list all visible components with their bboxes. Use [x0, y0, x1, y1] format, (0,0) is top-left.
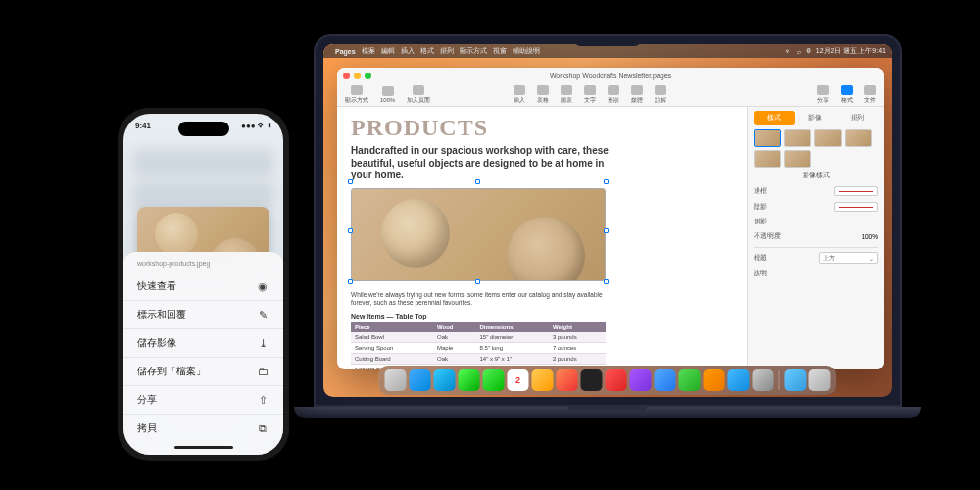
menu-help[interactable]: 輔助說明 [513, 46, 540, 56]
document-canvas[interactable]: PRODUCTS Handcrafted in our spacious wor… [337, 107, 747, 369]
resize-handle-l[interactable] [348, 228, 353, 233]
menu-copy[interactable]: 拷貝⧉ [123, 414, 283, 442]
menubar-date[interactable]: 12月2日 週五 上午9:41 [816, 46, 886, 56]
dock-tv-icon[interactable] [581, 369, 603, 391]
th-piece[interactable]: Piece [351, 322, 433, 332]
resize-handle-br[interactable] [604, 279, 609, 284]
doc-subheading[interactable]: Handcrafted in our spacious workshop wit… [351, 145, 625, 182]
app-name[interactable]: Pages [335, 48, 356, 55]
window-titlebar[interactable]: Workshop Woodcrafts Newsletter.pages [337, 68, 884, 83]
iphone-screen: 9:41 ●●● ᯤ ▮ workshop-products.jpeg 快速查看… [123, 114, 283, 455]
wifi-icon[interactable]: ᯤ [785, 48, 792, 55]
dock-notes-icon[interactable] [532, 369, 554, 391]
dock-app-icon[interactable] [655, 369, 676, 391]
style-thumb[interactable] [754, 150, 781, 168]
toolbar-insert[interactable]: 插入 [514, 85, 525, 105]
table-title[interactable]: New Items — Table Top [351, 313, 733, 319]
resize-handle-t[interactable] [475, 179, 480, 184]
close-button[interactable] [343, 73, 350, 79]
menu-edit[interactable]: 編輯 [381, 46, 395, 56]
opacity-value[interactable]: 100% [861, 233, 878, 240]
th-weight[interactable]: Weight [549, 322, 606, 332]
border-picker[interactable] [834, 186, 878, 196]
toolbar-document[interactable]: 文件 [864, 85, 876, 105]
resize-handle-r[interactable] [604, 228, 609, 233]
dock: 2 [379, 366, 837, 395]
pages-window: Workshop Woodcrafts Newsletter.pages 顯示方… [337, 68, 884, 369]
inspector-section-label: 影像樣式 [754, 172, 878, 180]
resize-handle-bl[interactable] [348, 279, 353, 284]
menu-window[interactable]: 視窗 [493, 46, 507, 56]
iphone-time: 9:41 [135, 122, 151, 136]
dock-mail-icon[interactable] [434, 369, 456, 391]
menu-save-image[interactable]: 儲存影像⤓ [123, 328, 283, 357]
resize-handle-tr[interactable] [604, 179, 609, 184]
products-table[interactable]: Piece Wood Dimensions Weight Salad BowlO… [351, 322, 606, 369]
control-center-icon[interactable]: ⚙ [806, 47, 811, 55]
toolbar-zoom[interactable]: 100% [380, 86, 395, 103]
selected-image[interactable] [351, 182, 606, 281]
toolbar-shape[interactable]: 形狀 [608, 85, 619, 105]
toolbar-table[interactable]: 表格 [537, 85, 549, 105]
toolbar-share[interactable]: 分享 [817, 85, 829, 105]
doc-body-text[interactable]: While we're always trying out new forms,… [351, 291, 625, 308]
dock-messages-icon[interactable] [459, 369, 480, 391]
reflection-label[interactable]: 倒影 [754, 218, 767, 226]
toolbar: 顯示方式 100% 加入頁面 插入 表格 圖表 文字 形狀 媒體 註解 分享 格… [337, 83, 884, 107]
dock-podcasts-icon[interactable] [630, 369, 652, 391]
style-thumb[interactable] [784, 150, 811, 168]
style-thumb[interactable] [784, 129, 811, 147]
th-dim[interactable]: Dimensions [476, 322, 549, 332]
dock-facetime-icon[interactable] [483, 369, 505, 391]
menu-markup-reply[interactable]: 標示和回覆✎ [123, 300, 283, 328]
toolbar-text[interactable]: 文字 [584, 85, 596, 105]
shadow-picker[interactable] [834, 202, 878, 212]
minimize-button[interactable] [354, 73, 361, 79]
dock-safari-icon[interactable] [410, 369, 431, 391]
style-thumb[interactable] [814, 129, 842, 147]
menu-save-to-files[interactable]: 儲存到「檔案」🗀 [123, 357, 283, 385]
fullscreen-button[interactable] [365, 73, 371, 79]
toolbar-media[interactable]: 媒體 [631, 85, 643, 105]
dock-finder-icon[interactable] [385, 369, 407, 391]
macbook-screen: Pages 檔案 編輯 插入 格式 排列 顯示方式 視窗 輔助說明 ᯤ ⌕ ⚙ … [314, 34, 902, 407]
dock-numbers-icon[interactable] [679, 369, 701, 391]
menu-file[interactable]: 檔案 [362, 46, 375, 56]
resize-handle-b[interactable] [475, 279, 480, 284]
menu-arrange[interactable]: 排列 [440, 46, 454, 56]
menu-view[interactable]: 顯示方式 [460, 46, 487, 56]
desc-label[interactable]: 說明 [754, 270, 767, 278]
toolbar-view[interactable]: 顯示方式 [345, 85, 368, 105]
menu-quicklook[interactable]: 快速查看◉ [123, 272, 283, 300]
macbook-notch [573, 36, 642, 46]
style-thumb[interactable] [845, 129, 872, 147]
inspector-tab-style[interactable]: 樣式 [754, 111, 795, 125]
dock-settings-icon[interactable] [753, 369, 774, 391]
border-label: 邊框 [754, 187, 767, 196]
doc-heading[interactable]: PRODUCTS [351, 115, 733, 141]
toolbar-addpage[interactable]: 加入頁面 [407, 85, 430, 105]
resize-handle-tl[interactable] [348, 179, 353, 184]
dock-music-icon[interactable] [606, 369, 627, 391]
dock-trash-icon[interactable] [809, 369, 831, 391]
spotlight-icon[interactable]: ⌕ [797, 48, 801, 55]
dock-pages-icon[interactable] [704, 369, 725, 391]
menu-format[interactable]: 格式 [420, 46, 434, 56]
style-thumb[interactable] [754, 129, 781, 147]
dock-app-icon[interactable] [557, 369, 578, 391]
home-indicator[interactable] [174, 446, 233, 449]
th-wood[interactable]: Wood [433, 322, 476, 332]
dock-calendar-icon[interactable]: 2 [508, 369, 529, 391]
iphone-status-icons: ●●● ᯤ ▮ [241, 122, 271, 136]
menu-insert[interactable]: 插入 [401, 46, 415, 56]
dock-downloads-icon[interactable] [785, 369, 807, 391]
woodcraft-image[interactable] [351, 188, 606, 281]
dock-appstore-icon[interactable] [728, 369, 750, 391]
inspector-tab-image[interactable]: 影像 [795, 111, 836, 125]
menu-share[interactable]: 分享⇧ [123, 385, 283, 414]
inspector-tab-arrange[interactable]: 排列 [837, 111, 878, 125]
title-position-select[interactable]: 上方⌄ [819, 252, 878, 264]
toolbar-comment[interactable]: 註解 [655, 85, 666, 105]
toolbar-format[interactable]: 格式 [841, 85, 853, 105]
toolbar-chart[interactable]: 圖表 [561, 85, 572, 105]
